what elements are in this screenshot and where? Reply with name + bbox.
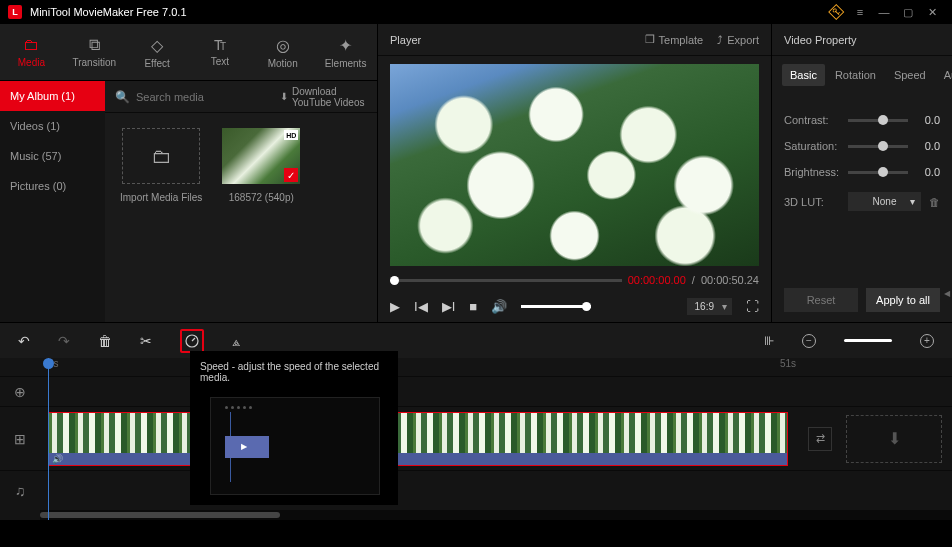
seek-slider[interactable]: [390, 279, 622, 282]
svg-text:T: T: [220, 41, 226, 52]
volume-slider[interactable]: [521, 305, 591, 308]
player-panel: Player ❒ Template ⤴ Export 00:00:00.00 /…: [378, 24, 772, 322]
tooltip-preview: ▶: [210, 397, 380, 495]
download-youtube-button[interactable]: ⬇ Download YouTube Videos: [280, 86, 367, 108]
next-frame-button[interactable]: ▶I: [442, 299, 456, 314]
drop-zone[interactable]: ⬇: [846, 415, 942, 463]
tooltip-text: Speed - adjust the speed of the selected…: [200, 361, 388, 383]
search-icon: 🔍: [115, 90, 130, 104]
transition-icon: ⧉: [89, 36, 100, 54]
sidebar-item-pictures[interactable]: Pictures (0): [0, 171, 105, 201]
app-title: MiniTool MovieMaker Free 7.0.1: [30, 6, 824, 18]
video-track[interactable]: ⊞ 🔊 ⇄ ⬇: [0, 406, 952, 470]
search-input[interactable]: [136, 91, 274, 103]
export-label: Export: [727, 34, 759, 46]
clip-volume-icon[interactable]: 🔊: [52, 454, 63, 464]
prev-frame-button[interactable]: I◀: [414, 299, 428, 314]
app-logo: L: [8, 5, 22, 19]
import-media-button[interactable]: 🗀 Import Media Files: [120, 128, 202, 203]
prop-tab-speed[interactable]: Speed: [886, 64, 934, 86]
saturation-value: 0.0: [916, 140, 940, 152]
prop-tab-basic[interactable]: Basic: [782, 64, 825, 86]
lut-delete-button[interactable]: 🗑: [929, 196, 940, 208]
template-icon: ❒: [645, 33, 655, 46]
close-button[interactable]: ✕: [920, 0, 944, 24]
library-toolbar: 🔍 ⬇ Download YouTube Videos: [105, 81, 377, 113]
tab-effect[interactable]: ◇ Effect: [126, 24, 189, 80]
maximize-button[interactable]: ▢: [896, 0, 920, 24]
premium-key-icon[interactable]: ⚿: [824, 0, 848, 24]
menu-icon[interactable]: ≡: [848, 0, 872, 24]
timeline-scrollbar[interactable]: [40, 510, 952, 520]
folder-plus-icon: 🗀: [151, 145, 171, 168]
tab-text[interactable]: TT Text: [188, 24, 251, 80]
timeline-mode-icon[interactable]: ⊪: [764, 334, 774, 348]
clip-label: 168572 (540p): [229, 192, 294, 203]
media-panel: 🗀 Media ⧉ Transition ◇ Effect TT Text ◎ …: [0, 24, 378, 322]
playhead[interactable]: [48, 358, 49, 520]
media-clip-thumbnail[interactable]: HD ✓ 168572 (540p): [222, 128, 300, 203]
properties-title: Video Property: [784, 34, 940, 46]
collapse-properties-handle[interactable]: ◀: [942, 274, 952, 314]
tab-transition-label: Transition: [72, 57, 116, 68]
svg-line-3: [192, 338, 195, 341]
speed-button[interactable]: [180, 329, 204, 353]
elements-icon: ✦: [339, 36, 352, 55]
overlay-track[interactable]: ⊕: [0, 376, 952, 406]
undo-button[interactable]: ↶: [18, 333, 30, 349]
template-button[interactable]: ❒ Template: [645, 33, 704, 46]
audio-track[interactable]: ♫: [0, 470, 952, 510]
tab-motion[interactable]: ◎ Motion: [251, 24, 314, 80]
tab-effect-label: Effect: [144, 58, 169, 69]
properties-panel: Video Property Basic Rotation Speed Audi…: [772, 24, 952, 322]
text-icon: TT: [212, 37, 228, 53]
audio-track-icon: ♫: [0, 483, 40, 499]
ruler-end: 51s: [780, 358, 796, 369]
download-label: Download YouTube Videos: [292, 86, 367, 108]
brightness-slider[interactable]: [848, 171, 908, 174]
reset-button[interactable]: Reset: [784, 288, 858, 312]
tab-elements[interactable]: ✦ Elements: [314, 24, 377, 80]
zoom-in-button[interactable]: +: [920, 334, 934, 348]
sidebar-item-music[interactable]: Music (57): [0, 141, 105, 171]
stop-button[interactable]: ■: [469, 299, 477, 314]
apply-all-button[interactable]: Apply to all: [866, 288, 940, 312]
tab-elements-label: Elements: [325, 58, 367, 69]
fullscreen-button[interactable]: ⛶: [746, 299, 759, 314]
template-label: Template: [659, 34, 704, 46]
export-icon: ⤴: [717, 34, 723, 46]
tab-transition[interactable]: ⧉ Transition: [63, 24, 126, 80]
swap-button[interactable]: ⇄: [808, 427, 832, 451]
aspect-ratio-select[interactable]: 16:9: [687, 298, 732, 315]
zoom-slider[interactable]: [844, 339, 892, 342]
sidebar-item-videos[interactable]: Videos (1): [0, 111, 105, 141]
player-title: Player: [390, 34, 631, 46]
prop-tab-rotation[interactable]: Rotation: [827, 64, 884, 86]
timeline-ruler[interactable]: 0s 51s: [40, 358, 952, 376]
minimize-button[interactable]: —: [872, 0, 896, 24]
download-icon: ⬇: [280, 91, 288, 102]
redo-button[interactable]: ↷: [58, 333, 70, 349]
brightness-value: 0.0: [916, 166, 940, 178]
contrast-slider[interactable]: [848, 119, 908, 122]
crop-button[interactable]: ⟁: [232, 333, 240, 349]
hd-badge: HD: [284, 130, 298, 140]
saturation-slider[interactable]: [848, 145, 908, 148]
volume-icon[interactable]: 🔊: [491, 299, 507, 314]
video-preview[interactable]: [390, 64, 759, 266]
tab-media[interactable]: 🗀 Media: [0, 24, 63, 80]
split-button[interactable]: ✂: [140, 333, 152, 349]
lut-select[interactable]: None: [848, 192, 921, 211]
play-button[interactable]: ▶: [390, 299, 400, 314]
prop-tab-audio[interactable]: Audio: [936, 64, 952, 86]
motion-icon: ◎: [276, 36, 290, 55]
sidebar-item-my-album[interactable]: My Album (1): [0, 81, 105, 111]
tab-text-label: Text: [211, 56, 229, 67]
video-track-icon: ⊞: [0, 431, 40, 447]
zoom-out-button[interactable]: −: [802, 334, 816, 348]
export-button[interactable]: ⤴ Export: [717, 34, 759, 46]
add-track-icon[interactable]: ⊕: [0, 384, 40, 400]
delete-button[interactable]: 🗑: [98, 333, 112, 349]
folder-icon: 🗀: [23, 36, 39, 54]
video-clip[interactable]: 🔊: [48, 412, 788, 466]
